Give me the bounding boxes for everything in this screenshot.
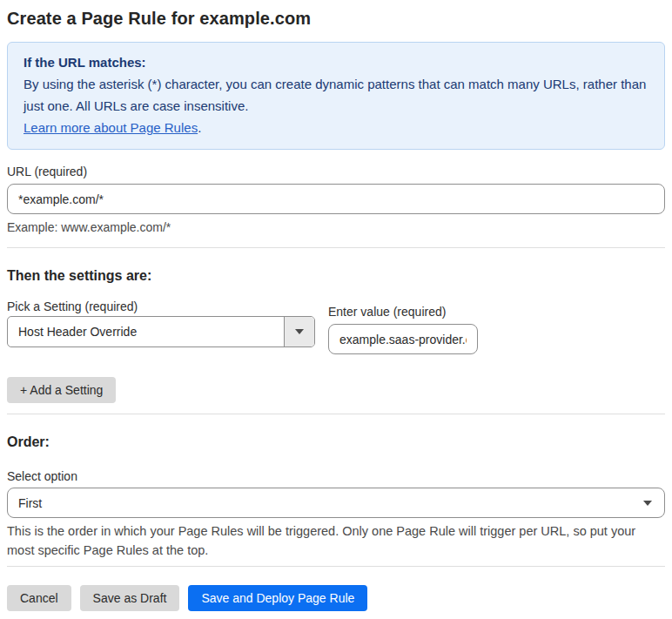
link-suffix: . [198,120,201,135]
order-select[interactable]: First [7,488,665,518]
order-heading: Order: [7,434,665,450]
add-setting-button[interactable]: + Add a Setting [7,377,116,403]
info-box-body: By using the asterisk (*) character, you… [24,73,648,117]
enter-value-column: Enter value (required) [328,297,478,354]
pick-setting-selected-value: Host Header Override [8,317,284,347]
info-box-heading: If the URL matches: [24,51,648,73]
order-selected-value: First [18,496,42,510]
url-label: URL (required) [7,165,665,178]
url-matches-info-box: If the URL matches: By using the asteris… [7,42,665,150]
save-draft-button[interactable]: Save as Draft [80,585,180,611]
cancel-button[interactable]: Cancel [7,585,71,611]
pick-setting-dropdown-button[interactable] [284,317,314,347]
divider [7,247,665,248]
save-deploy-button[interactable]: Save and Deploy Page Rule [188,585,367,611]
page-rule-form: Create a Page Rule for example.com If th… [0,9,672,611]
url-input[interactable] [7,184,665,214]
divider [7,566,665,567]
learn-more-link[interactable]: Learn more about Page Rules [24,120,198,135]
info-box-link-line: Learn more about Page Rules. [24,117,648,138]
settings-heading: Then the settings are: [7,268,665,284]
chevron-down-icon [295,329,304,334]
form-actions: Cancel Save as Draft Save and Deploy Pag… [7,585,665,611]
chevron-down-icon [643,501,652,506]
url-example-hint: Example: www.example.com/* [7,220,665,234]
setting-value-input[interactable] [328,324,478,354]
pick-setting-select[interactable]: Host Header Override [7,316,315,347]
pick-setting-column: Pick a Setting (required) Host Header Ov… [7,292,315,354]
order-description: This is the order in which your Page Rul… [7,521,658,560]
pick-setting-label: Pick a Setting (required) [7,299,315,313]
divider [7,414,665,414]
page-title: Create a Page Rule for example.com [7,9,665,29]
settings-row: Pick a Setting (required) Host Header Ov… [7,292,665,354]
enter-value-label: Enter value (required) [328,305,478,319]
select-option-label: Select option [7,469,665,483]
